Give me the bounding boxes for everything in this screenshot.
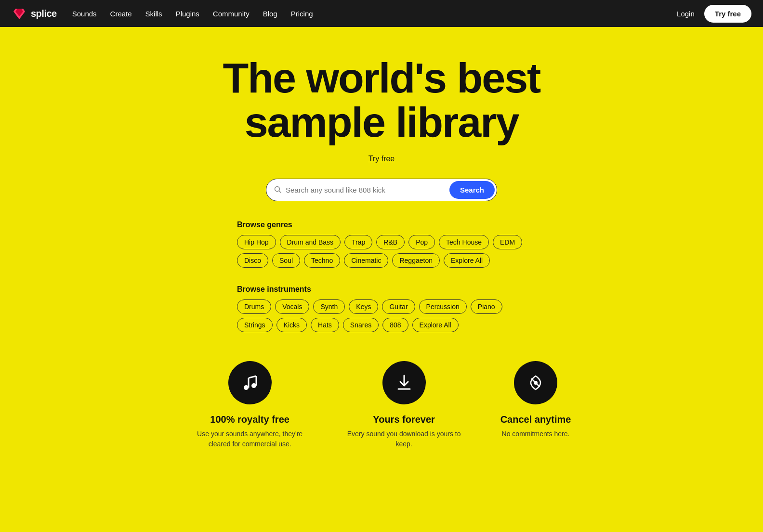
search-input[interactable]	[286, 186, 449, 194]
hero-title: The world's best sample library	[213, 56, 550, 145]
browse-instruments-section: Browse instruments DrumsVocalsSynthKeysG…	[237, 285, 526, 332]
feature-title: Cancel anytime	[500, 414, 571, 425]
instrument-tag[interactable]: Piano	[471, 299, 502, 314]
nav-create[interactable]: Create	[110, 10, 132, 18]
hero-section: The world's best sample library Try free…	[0, 27, 763, 532]
genre-tag[interactable]: Cinematic	[344, 253, 388, 268]
search-bar: Search	[266, 179, 497, 201]
genre-tag[interactable]: Tech House	[439, 235, 489, 249]
feature-icon	[228, 361, 272, 404]
nav-pricing[interactable]: Pricing	[291, 10, 313, 18]
instrument-tag[interactable]: Hats	[311, 318, 339, 332]
browse-genres-section: Browse genres Hip HopDrum and BassTrapR&…	[237, 221, 526, 268]
feature-desc: Every sound you download is yours to kee…	[346, 429, 462, 449]
svg-line-6	[249, 376, 256, 378]
try-free-button[interactable]: Try free	[704, 5, 751, 23]
instrument-tag[interactable]: Keys	[349, 299, 378, 314]
feature-desc: Use your sounds anywhere, they're cleare…	[192, 429, 308, 449]
logo-text: splice	[31, 8, 57, 19]
nav-sounds[interactable]: Sounds	[72, 10, 97, 18]
genre-tag[interactable]: Explore All	[444, 253, 490, 268]
features-section: 100% royalty freeUse your sounds anywher…	[165, 361, 598, 449]
genre-tag[interactable]: Disco	[237, 253, 268, 268]
feature-title: 100% royalty free	[192, 414, 308, 425]
instrument-tag[interactable]: Percussion	[419, 299, 467, 314]
genre-tag[interactable]: Pop	[408, 235, 435, 249]
genre-tag[interactable]: EDM	[493, 235, 522, 249]
instrument-tag[interactable]: Guitar	[382, 299, 415, 314]
svg-line-1	[279, 191, 281, 193]
svg-line-10	[532, 379, 539, 387]
instrument-tag[interactable]: Explore All	[412, 318, 459, 332]
search-icon	[274, 186, 282, 194]
genre-tag[interactable]: Reggaeton	[392, 253, 440, 268]
instrument-tag[interactable]: Synth	[313, 299, 345, 314]
genre-tag[interactable]: Techno	[304, 253, 340, 268]
instrument-tag[interactable]: Drums	[237, 299, 271, 314]
feature-title: Yours forever	[346, 414, 462, 425]
feature-icon	[382, 361, 426, 404]
nav-community[interactable]: Community	[213, 10, 250, 18]
browse-instruments-heading: Browse instruments	[237, 285, 526, 294]
instrument-tag[interactable]: Snares	[343, 318, 379, 332]
browse-genres-heading: Browse genres	[237, 221, 526, 229]
search-button[interactable]: Search	[449, 181, 495, 199]
navbar: splice SoundsCreateSkillsPluginsCommunit…	[0, 0, 763, 27]
instruments-tags: DrumsVocalsSynthKeysGuitarPercussionPian…	[237, 299, 526, 332]
instrument-tag[interactable]: 808	[382, 318, 408, 332]
instrument-tag[interactable]: Vocals	[275, 299, 309, 314]
logo[interactable]: splice	[12, 6, 57, 21]
nav-skills[interactable]: Skills	[145, 10, 162, 18]
feature-item: Yours foreverEvery sound you download is…	[346, 361, 462, 449]
nav-right: Login Try free	[677, 5, 751, 23]
hero-try-free-link[interactable]: Try free	[368, 155, 395, 163]
genre-tag[interactable]: R&B	[376, 235, 405, 249]
feature-desc: No commitments here.	[500, 429, 571, 439]
nav-blog[interactable]: Blog	[263, 10, 277, 18]
genre-tag[interactable]: Hip Hop	[237, 235, 276, 249]
nav-links: SoundsCreateSkillsPluginsCommunityBlogPr…	[72, 10, 677, 18]
genre-tag[interactable]: Soul	[272, 253, 300, 268]
instrument-tag[interactable]: Strings	[237, 318, 273, 332]
feature-icon	[514, 361, 557, 404]
feature-item: Cancel anytimeNo commitments here.	[500, 361, 571, 449]
genres-tags: Hip HopDrum and BassTrapR&BPopTech House…	[237, 235, 526, 268]
login-link[interactable]: Login	[677, 10, 695, 18]
genre-tag[interactable]: Trap	[344, 235, 372, 249]
genre-tag[interactable]: Drum and Bass	[280, 235, 341, 249]
nav-plugins[interactable]: Plugins	[176, 10, 199, 18]
feature-item: 100% royalty freeUse your sounds anywher…	[192, 361, 308, 449]
instrument-tag[interactable]: Kicks	[276, 318, 307, 332]
